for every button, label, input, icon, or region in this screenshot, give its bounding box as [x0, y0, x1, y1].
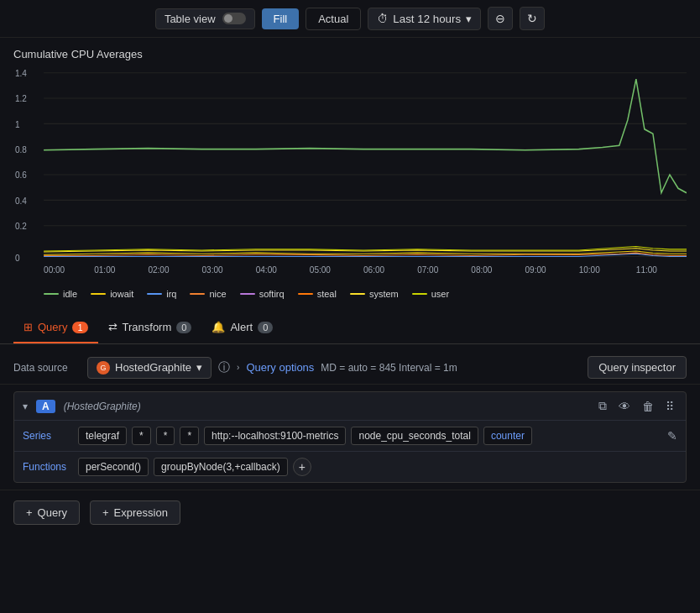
chart-svg: 1.4 1.2 1 0.8 0.6 0.4 0.2 0 00:00 01:00 …: [13, 65, 687, 284]
add-query-label: Query: [38, 506, 67, 519]
table-view-switch[interactable]: [222, 13, 246, 24]
drag-icon[interactable]: ⠿: [662, 398, 677, 415]
query-options-meta: MD = auto = 845 Interval = 1m: [321, 362, 457, 374]
tab-query[interactable]: ⊞ Query 1: [13, 312, 98, 343]
series-label: Series: [23, 430, 73, 442]
svg-text:00:00: 00:00: [44, 265, 65, 275]
legend-item-user: user: [412, 289, 449, 299]
legend-label-user: user: [431, 289, 449, 299]
copy-icon[interactable]: ⧉: [595, 397, 610, 415]
svg-text:1: 1: [15, 119, 20, 128]
actual-button[interactable]: Actual: [306, 8, 361, 30]
legend-color-steal: [298, 293, 313, 295]
series-segment-star2[interactable]: *: [156, 427, 175, 445]
series-segment-telegraf[interactable]: telegraf: [78, 427, 127, 445]
datasource-select[interactable]: G HostedGraphite ▾: [87, 357, 212, 379]
add-expression-button[interactable]: + Expression: [90, 500, 180, 525]
svg-text:0: 0: [15, 254, 20, 263]
collapse-icon[interactable]: ▾: [23, 401, 28, 412]
query-options-link[interactable]: Query options: [246, 361, 314, 374]
datasource-label: Data source: [13, 362, 81, 374]
tab-query-badge: 1: [72, 322, 87, 333]
refresh-button[interactable]: ↻: [520, 7, 545, 30]
tab-query-label: Query: [38, 321, 67, 333]
chart-container: Cumulative CPU Averages 1.4 1.2 1 0.8 0.…: [0, 38, 700, 309]
legend-item-softirq: softirq: [240, 289, 285, 299]
tab-alert-label: Alert: [230, 321, 253, 333]
series-segment-host[interactable]: http:--localhost:9100-metrics: [204, 427, 346, 445]
legend-label-iowait: iowait: [110, 289, 133, 299]
add-expr-label: Expression: [114, 506, 168, 519]
legend-item-steal: steal: [298, 289, 337, 299]
chevron-right-icon: ›: [237, 363, 239, 372]
fill-button[interactable]: Fill: [262, 8, 300, 29]
legend-color-idle: [44, 293, 59, 295]
func-tag-groupbynode[interactable]: groupByNode(3,+callback): [154, 458, 288, 476]
query-source-name: (HostedGraphite): [64, 401, 141, 412]
trash-icon[interactable]: 🗑: [639, 398, 657, 415]
legend-color-system: [350, 293, 365, 295]
legend-label-idle: idle: [63, 289, 77, 299]
svg-text:05:00: 05:00: [310, 265, 331, 275]
legend-item-iowait: iowait: [91, 289, 133, 299]
series-edit-icon[interactable]: ✎: [667, 429, 677, 443]
legend-item-nice: nice: [190, 289, 226, 299]
svg-text:02:00: 02:00: [148, 265, 169, 275]
chart-legend: idle iowait irq nice softirq steal syste…: [13, 284, 687, 302]
time-range-button[interactable]: ⏱ Last 12 hours ▾: [368, 8, 481, 30]
svg-text:04:00: 04:00: [256, 265, 277, 275]
clock-icon: ⏱: [377, 13, 388, 25]
query-inspector-button[interactable]: Query inspector: [588, 356, 687, 379]
svg-text:10:00: 10:00: [579, 265, 600, 275]
zoom-out-button[interactable]: ⊖: [488, 7, 513, 30]
func-tag-persecond[interactable]: perSecond(): [78, 458, 149, 476]
series-segment-star1[interactable]: *: [132, 427, 151, 445]
zoom-out-icon: ⊖: [495, 12, 505, 25]
chevron-down-icon: ▾: [466, 13, 472, 25]
svg-text:0.8: 0.8: [15, 145, 27, 155]
legend-item-system: system: [350, 289, 399, 299]
series-segment-counter[interactable]: counter: [483, 427, 532, 445]
eye-icon[interactable]: 👁: [615, 398, 634, 415]
datasource-icon: G: [97, 361, 110, 375]
svg-text:01:00: 01:00: [94, 265, 115, 275]
add-query-button[interactable]: + Query: [13, 500, 80, 525]
legend-color-softirq: [240, 293, 255, 295]
refresh-icon: ↻: [527, 12, 537, 25]
top-toolbar: Table view Fill Actual ⏱ Last 12 hours ▾…: [0, 0, 700, 38]
add-query-plus-icon: +: [26, 506, 33, 519]
svg-text:0.2: 0.2: [15, 222, 27, 231]
datasource-row: Data source G HostedGraphite ▾ ⓘ › Query…: [0, 351, 700, 385]
svg-text:1.2: 1.2: [15, 94, 27, 103]
series-segment-metric[interactable]: node_cpu_seconds_total: [351, 427, 478, 445]
table-view-label: Table view: [165, 13, 216, 25]
query-letter: A: [36, 400, 55, 413]
svg-text:06:00: 06:00: [363, 265, 384, 275]
chart-area: 1.4 1.2 1 0.8 0.6 0.4 0.2 0 00:00 01:00 …: [13, 65, 687, 284]
svg-text:09:00: 09:00: [525, 265, 546, 275]
table-view-toggle[interactable]: Table view: [155, 8, 255, 29]
query-row-actions: ⧉ 👁 🗑 ⠿: [595, 397, 677, 415]
legend-color-user: [412, 293, 427, 295]
info-icon[interactable]: ⓘ: [218, 360, 230, 375]
legend-label-nice: nice: [209, 289, 226, 299]
query-icon: ⊞: [24, 321, 33, 333]
legend-item-idle: idle: [44, 289, 77, 299]
chart-title: Cumulative CPU Averages: [13, 48, 687, 60]
svg-text:11:00: 11:00: [636, 265, 657, 275]
datasource-chevron-down-icon: ▾: [196, 361, 202, 374]
datasource-name: HostedGraphite: [115, 361, 191, 374]
add-function-button[interactable]: +: [293, 458, 311, 476]
series-segment-star3[interactable]: *: [180, 427, 199, 445]
functions-row: Functions perSecond() groupByNode(3,+cal…: [14, 452, 686, 482]
tab-alert-badge: 0: [258, 322, 273, 333]
tab-bar: ⊞ Query 1 ⇄ Transform 0 🔔 Alert 0: [0, 312, 700, 344]
svg-text:03:00: 03:00: [202, 265, 223, 275]
svg-text:08:00: 08:00: [471, 265, 492, 275]
tab-alert[interactable]: 🔔 Alert 0: [201, 312, 283, 343]
svg-text:1.4: 1.4: [15, 69, 27, 78]
tab-transform[interactable]: ⇄ Transform 0: [98, 312, 202, 343]
query-editor: Data source G HostedGraphite ▾ ⓘ › Query…: [0, 344, 700, 542]
functions-label: Functions: [23, 461, 73, 473]
bottom-bar: + Query + Expression: [0, 490, 700, 535]
